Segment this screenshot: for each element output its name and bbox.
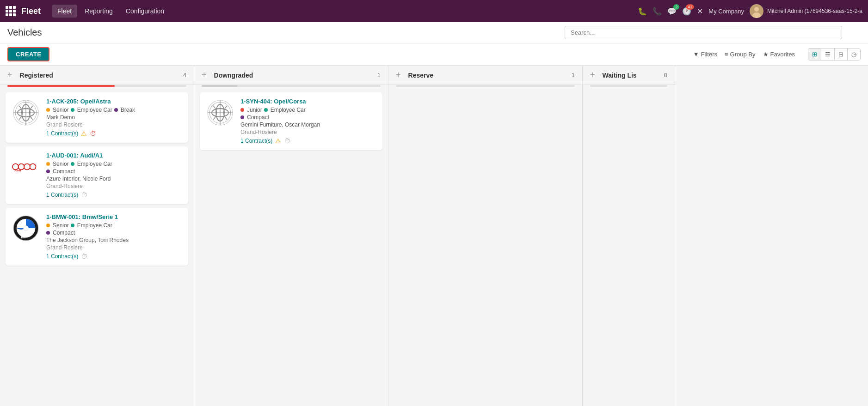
tag-compact: Compact — [53, 168, 75, 175]
close-icon[interactable]: ✕ — [697, 7, 703, 16]
user-menu[interactable]: Mitchell Admin (17694536-saas-15-2-a — [750, 4, 862, 18]
clock-gray-icon-syn404: ⏱ — [284, 137, 290, 145]
card-driver-bmw001: The Jackson Group, Toni Rhodes — [46, 237, 183, 243]
card-location-bmw001: Grand-Rosiere — [46, 244, 183, 251]
tag-dot-employee4 — [264, 108, 268, 112]
column-downgraded: + Downgraded 1 — [194, 66, 388, 406]
tag-dot-break — [114, 108, 118, 112]
card-driver-ack205: Mark Demo — [46, 114, 183, 121]
nav-reporting[interactable]: Reporting — [79, 5, 118, 18]
tag-employee4: Employee Car — [271, 107, 306, 113]
filters-button[interactable]: ▼ Filters — [693, 51, 717, 58]
contracts-bmw001[interactable]: 1 Contract(s) — [46, 253, 78, 260]
add-downgraded-icon[interactable]: + — [202, 70, 207, 80]
card-location-aud001: Grand-Rosiere — [46, 183, 183, 189]
view-other[interactable]: ◷ — [848, 48, 860, 60]
tag-dot-junior — [240, 108, 244, 112]
favorites-button[interactable]: ★ Favorites — [763, 51, 795, 58]
card-tags-ack205: Senior Employee Car Break — [46, 107, 183, 113]
tag-dot-compact2 — [46, 231, 50, 235]
add-reserve-icon[interactable]: + — [396, 70, 401, 80]
contracts-aud001[interactable]: 1 Contract(s) — [46, 192, 78, 198]
view-kanban[interactable]: ⊞ — [808, 48, 821, 60]
tag-compact3: Compact — [247, 114, 269, 121]
progress-waiting — [590, 85, 667, 87]
column-title-registered: Registered — [20, 72, 53, 79]
progress-bar-registered — [7, 85, 115, 87]
card-driver-aud001: Azure Interior, Nicole Ford — [46, 176, 183, 182]
grid-menu-icon[interactable] — [6, 6, 16, 16]
topnav-menu: Fleet Reporting Configuration — [52, 5, 170, 18]
card-location-syn404: Grand-Rosiere — [240, 129, 377, 135]
card-info-syn404: 1-SYN-404: Opel/Corsa Junior Employee Ca… — [240, 98, 377, 145]
card-location-ack205: Grand-Rosiere — [46, 121, 183, 128]
card-title-bmw001: 1-BMW-001: Bmw/Serie 1 — [46, 213, 183, 220]
topnav-icons: 🐛 📞 💬 2 🕐 41 ✕ My Company Mitchell Admin… — [638, 4, 862, 18]
tag-break: Break — [121, 107, 135, 113]
nav-configuration[interactable]: Configuration — [120, 5, 170, 18]
groupby-icon: ≡ — [725, 51, 728, 58]
progress-bar-downgraded — [202, 85, 237, 87]
clock-badge: 41 — [686, 4, 694, 10]
view-toggles: ⊞ ☰ ⊟ ◷ — [808, 48, 861, 61]
column-reserve: + Reserve 1 — [388, 66, 583, 406]
view-list[interactable]: ☰ — [821, 48, 835, 60]
tag-dot-senior2 — [46, 162, 50, 166]
column-header-registered: + Registered 4 — [0, 66, 194, 85]
add-waiting-icon[interactable]: + — [590, 70, 595, 80]
contracts-ack205[interactable]: 1 Contract(s) — [46, 130, 78, 137]
cards-reserve — [388, 89, 582, 406]
card-footer-bmw001: 1 Contract(s) ⏱ — [46, 253, 183, 260]
cards-registered: 1-ACK-205: Opel/Astra Senior Employee Ca… — [0, 89, 194, 406]
column-header-downgraded: + Downgraded 1 — [194, 66, 388, 85]
user-name: Mitchell Admin (17694536-saas-15-2-a — [767, 8, 862, 14]
filter-group: ▼ Filters ≡ Group By ★ Favorites — [693, 51, 795, 58]
tag-compact2: Compact — [53, 230, 75, 236]
card-info-bmw001: 1-BMW-001: Bmw/Serie 1 Senior Employee C… — [46, 213, 183, 260]
favorites-label: Favorites — [770, 51, 795, 58]
tag-employee2: Employee Car — [77, 161, 112, 167]
cards-downgraded: 1-SYN-404: Opel/Corsa Junior Employee Ca… — [194, 89, 388, 406]
create-button[interactable]: CREATE — [7, 47, 49, 61]
svg-text:BMW: BMW — [21, 236, 28, 239]
progress-reserve — [396, 85, 575, 87]
app-title: Fleet — [21, 6, 41, 16]
card-info-ack205: 1-ACK-205: Opel/Astra Senior Employee Ca… — [46, 98, 183, 137]
clock-icon[interactable]: 🕐 41 — [682, 7, 691, 16]
view-table[interactable]: ⊟ — [835, 48, 848, 60]
column-registered: + Registered 4 — [0, 66, 194, 406]
chat-icon[interactable]: 💬 2 — [667, 7, 677, 16]
svg-point-12 — [30, 164, 36, 170]
tag-dot-employee — [71, 108, 74, 112]
card-ack205[interactable]: 1-ACK-205: Opel/Astra Senior Employee Ca… — [6, 92, 188, 143]
logo-opel-corsa — [205, 98, 235, 127]
card-syn404[interactable]: 1-SYN-404: Opel/Corsa Junior Employee Ca… — [200, 92, 382, 150]
card-driver-syn404: Gemini Furniture, Oscar Morgan — [240, 121, 377, 128]
nav-fleet[interactable]: Fleet — [52, 5, 77, 18]
tag-dot-senior — [46, 108, 50, 112]
card-title-syn404: 1-SYN-404: Opel/Corsa — [240, 98, 377, 105]
clock-gray-icon-aud001: ⏱ — [81, 191, 87, 199]
search-bar[interactable] — [565, 26, 842, 39]
actionbar: CREATE ▼ Filters ≡ Group By ★ Favorites … — [0, 43, 868, 66]
contracts-syn404[interactable]: 1 Contract(s) — [240, 138, 272, 144]
card-tags2-aud001: Compact — [46, 168, 183, 175]
phone-icon[interactable]: 📞 — [653, 7, 662, 16]
tag-junior: Junior — [247, 107, 262, 113]
card-bmw001[interactable]: BMW 1-BMW-001: Bmw/Serie 1 Senior Employ… — [6, 208, 188, 266]
card-tags2-syn404: Compact — [240, 114, 377, 121]
chat-badge: 2 — [673, 4, 679, 10]
svg-point-17 — [23, 225, 29, 231]
card-title-aud001: 1-AUD-001: Audi/A1 — [46, 152, 183, 159]
add-registered-icon[interactable]: + — [7, 70, 12, 80]
card-aud001[interactable]: Audi 1-AUD-001: Audi/A1 Senior Employee … — [6, 146, 188, 204]
column-waiting: + Waiting Lis 0 — [583, 66, 675, 406]
tag-dot-employee2 — [71, 162, 74, 166]
star-icon: ★ — [763, 51, 769, 58]
filters-label: Filters — [701, 51, 717, 58]
svg-point-11 — [24, 164, 30, 170]
search-input[interactable] — [565, 26, 842, 39]
groupby-button[interactable]: ≡ Group By — [725, 51, 756, 58]
company-name: My Company — [708, 8, 744, 15]
bug-icon[interactable]: 🐛 — [638, 7, 647, 16]
